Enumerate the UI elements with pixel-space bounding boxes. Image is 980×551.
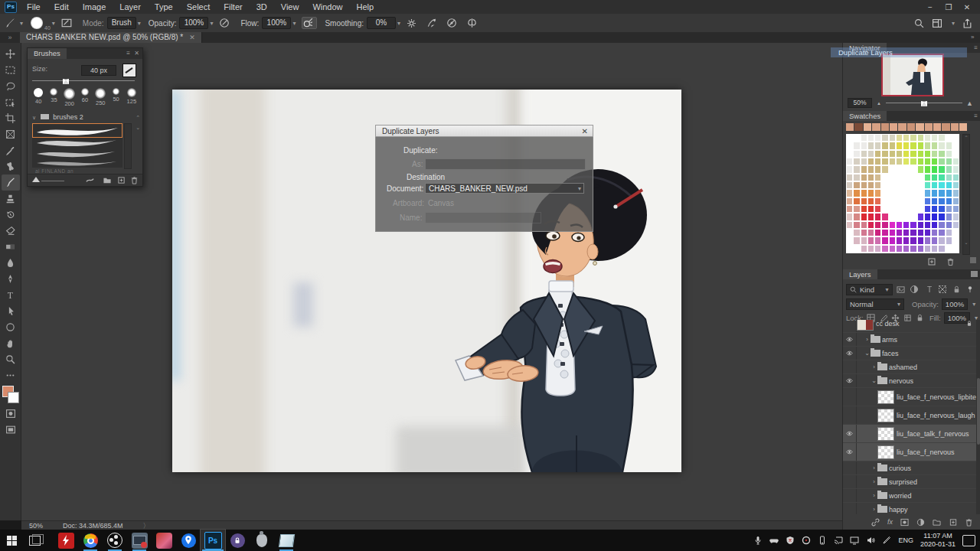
wheel-swatch[interactable] xyxy=(946,189,952,197)
wheel-swatch[interactable] xyxy=(917,158,924,165)
wheel-swatch[interactable] xyxy=(881,150,888,158)
layers-scrollbar[interactable] xyxy=(976,320,980,514)
wheel-swatch[interactable] xyxy=(896,142,903,149)
wheel-swatch[interactable] xyxy=(881,245,888,253)
wheel-swatch[interactable] xyxy=(952,181,959,189)
wheel-swatch[interactable] xyxy=(881,189,888,197)
stroke-preview-button[interactable] xyxy=(122,64,136,77)
wheel-swatch[interactable] xyxy=(938,245,945,253)
skin-swatch-13[interactable] xyxy=(959,123,967,131)
layer-opacity-value[interactable]: 100% xyxy=(942,298,968,310)
wheel-swatch[interactable] xyxy=(889,134,896,142)
wheel-swatch[interactable] xyxy=(931,174,938,181)
filter-shape-icon[interactable] xyxy=(938,285,949,294)
share-icon[interactable] xyxy=(962,18,972,28)
doc-size-readout[interactable]: Doc: 34.3M/685.4M xyxy=(63,522,123,530)
delete-layer-icon[interactable] xyxy=(965,518,973,527)
wheel-swatch[interactable] xyxy=(853,174,860,181)
wheel-swatch[interactable] xyxy=(861,221,867,229)
taskbar-utility-spray-app[interactable] xyxy=(250,530,274,551)
wheel-swatch[interactable] xyxy=(846,221,853,229)
skin-swatch-7[interactable] xyxy=(907,123,915,131)
wheel-swatch[interactable] xyxy=(910,236,916,244)
visibility-toggle[interactable] xyxy=(843,461,857,474)
delete-brush-icon[interactable] xyxy=(130,176,139,184)
wheel-swatch[interactable] xyxy=(867,150,874,158)
layer-name[interactable]: happy xyxy=(889,506,908,514)
delete-swatch-icon[interactable] xyxy=(946,257,955,266)
brush-preset-200[interactable]: 200 xyxy=(62,86,77,109)
wheel-swatch[interactable] xyxy=(946,181,952,189)
wheel-swatch[interactable] xyxy=(952,142,959,149)
wheel-swatch[interactable] xyxy=(867,229,874,236)
wheel-swatch[interactable] xyxy=(903,181,910,189)
brush-preset-35[interactable]: 35 xyxy=(46,86,61,109)
tray-cast-device-icon[interactable] xyxy=(834,536,843,545)
filter-smart-icon[interactable] xyxy=(952,285,964,294)
object-selection-tool-icon[interactable] xyxy=(2,94,20,110)
layer-name[interactable]: liu_face_talk_f_nervous xyxy=(897,430,969,438)
wheel-swatch[interactable] xyxy=(881,197,888,205)
wheel-swatch[interactable] xyxy=(874,165,881,173)
layer-group-arms[interactable]: ›arms xyxy=(843,333,976,347)
wheel-swatch[interactable] xyxy=(853,221,860,229)
taskbar-remote-window-app[interactable] xyxy=(127,530,152,551)
wheel-swatch[interactable] xyxy=(867,213,874,220)
wheel-swatch[interactable] xyxy=(881,174,888,181)
wheel-swatch[interactable] xyxy=(896,189,903,197)
wheel-swatch[interactable] xyxy=(924,142,931,149)
crop-tool-icon[interactable] xyxy=(2,110,20,126)
wheel-swatch[interactable] xyxy=(867,165,874,173)
wheel-swatch[interactable] xyxy=(946,205,952,213)
tray-display-icon[interactable] xyxy=(850,536,859,545)
wheel-swatch[interactable] xyxy=(889,189,896,197)
smoothing-gear-icon[interactable] xyxy=(407,18,420,28)
brush-preview-icon[interactable] xyxy=(31,17,43,29)
swatches-tab[interactable]: Swatches xyxy=(843,111,887,121)
brush-preset-250[interactable]: 250 xyxy=(93,86,108,109)
wheel-swatch[interactable] xyxy=(896,236,903,244)
wheel-swatch[interactable] xyxy=(896,181,903,189)
wheel-swatch[interactable] xyxy=(881,229,888,236)
brush-preset-50[interactable]: 50 xyxy=(108,86,123,109)
wheel-swatch[interactable] xyxy=(846,197,853,205)
wheel-swatch[interactable] xyxy=(917,229,924,236)
layer-name[interactable]: worried xyxy=(889,492,912,500)
more-tools-icon[interactable] xyxy=(2,367,20,383)
wheel-swatch[interactable] xyxy=(861,236,867,244)
wheel-swatch[interactable] xyxy=(931,189,938,197)
wheel-swatch[interactable] xyxy=(874,189,881,197)
wheel-swatch[interactable] xyxy=(903,150,910,158)
brush-preset-60[interactable]: 60 xyxy=(77,86,93,109)
wheel-swatch[interactable] xyxy=(889,221,896,229)
wheel-swatch[interactable] xyxy=(846,205,853,213)
status-zoom-value[interactable]: 50% xyxy=(29,522,43,530)
wheel-swatch[interactable] xyxy=(846,134,853,142)
language-indicator[interactable]: ENG xyxy=(898,536,913,544)
layer-name[interactable]: faces xyxy=(882,350,899,357)
wheel-swatch[interactable] xyxy=(910,181,916,189)
expand-caret-icon[interactable]: › xyxy=(871,492,877,499)
wheel-swatch[interactable] xyxy=(917,174,924,181)
wheel-swatch[interactable] xyxy=(861,213,867,220)
wheel-swatch[interactable] xyxy=(903,189,910,197)
filter-adjustment-icon[interactable] xyxy=(910,285,921,294)
wheel-swatch[interactable] xyxy=(917,236,924,244)
tray-pen-icon[interactable] xyxy=(882,536,891,545)
workspace-switcher-icon[interactable] xyxy=(932,18,942,28)
swatches-scrollbar[interactable]: ⌃⌄ xyxy=(962,134,970,255)
wheel-swatch[interactable] xyxy=(938,197,945,205)
shape-tool-icon[interactable] xyxy=(2,319,20,335)
wheel-swatch[interactable] xyxy=(846,229,853,236)
wheel-swatch[interactable] xyxy=(938,229,945,236)
wheel-swatch[interactable] xyxy=(853,150,860,158)
wheel-swatch[interactable] xyxy=(946,150,952,158)
gradient-tool-icon[interactable] xyxy=(2,239,20,255)
opacity-select[interactable]: 100% xyxy=(179,17,208,29)
close-button[interactable]: ✕ xyxy=(960,3,974,11)
color-wheel-swatches[interactable] xyxy=(846,134,959,253)
layer-name[interactable]: liu_face_f_nervous xyxy=(897,448,955,456)
clone-stamp-tool-icon[interactable] xyxy=(2,191,20,207)
duplicate-layers-dialog[interactable]: Duplicate Layers ✕ Duplicate: As: Destin… xyxy=(375,125,593,232)
layer-liu-face-f-nervous-laugh[interactable]: liu_face_f_nervous_laugh xyxy=(843,406,976,425)
